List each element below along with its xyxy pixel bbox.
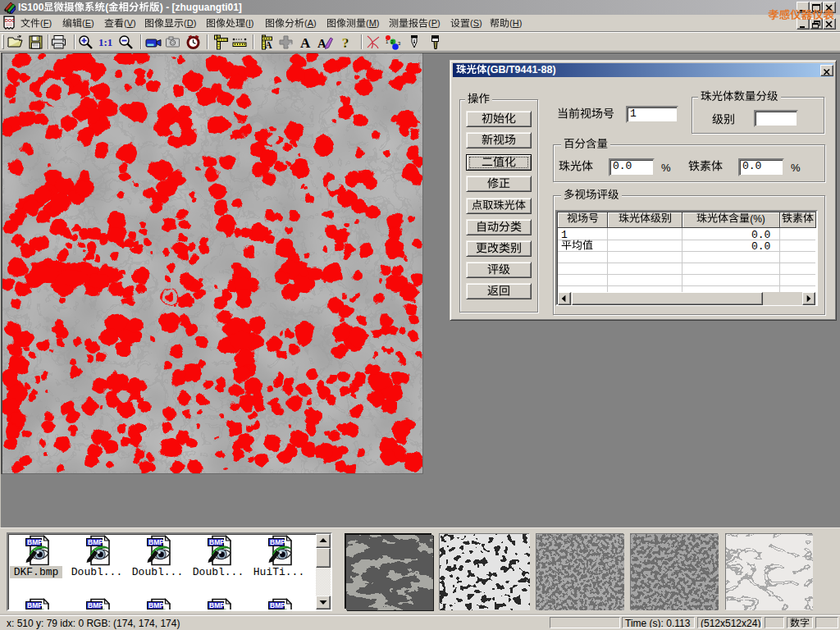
svg-text:BMP: BMP — [27, 601, 43, 609]
svg-text:?: ? — [342, 35, 349, 51]
svg-text:BMP: BMP — [148, 538, 164, 546]
svg-text:BMP: BMP — [209, 538, 225, 546]
svg-text:BMP: BMP — [88, 538, 103, 546]
svg-text:DOC: DOC — [5, 18, 15, 23]
svg-text:BMP: BMP — [209, 601, 225, 609]
svg-text:1:1: 1:1 — [98, 36, 112, 48]
svg-text:3: 3 — [398, 41, 401, 46]
svg-text:A: A — [265, 39, 272, 51]
svg-text:BMP: BMP — [148, 601, 164, 609]
svg-text:BMP: BMP — [270, 538, 285, 546]
svg-text:BMP: BMP — [88, 601, 103, 609]
svg-text:A: A — [300, 35, 311, 51]
svg-text:BMP: BMP — [27, 538, 43, 546]
svg-text:BMP: BMP — [270, 601, 285, 609]
